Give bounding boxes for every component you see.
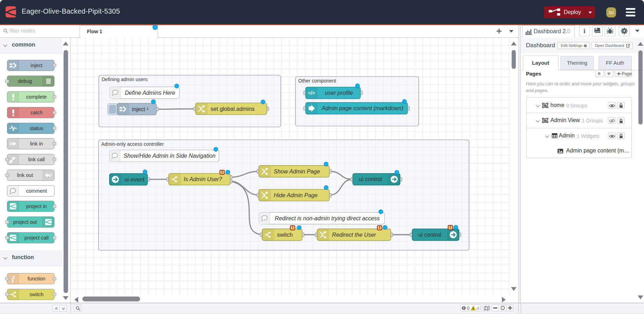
svg-text:!: !	[379, 226, 380, 230]
svg-text:!: !	[450, 225, 451, 229]
svg-text:switch: switch	[277, 231, 293, 238]
svg-text:Define Admins Here: Define Admins Here	[125, 90, 175, 96]
svg-text:!: !	[221, 170, 223, 174]
svg-text:ui control: ui control	[359, 176, 382, 182]
svg-text:Hide Admin Page: Hide Admin Page	[274, 192, 317, 198]
svg-text:f: f	[12, 274, 15, 283]
svg-text:Redirect the User: Redirect the User	[332, 231, 376, 238]
svg-text:Is Admin User?: Is Admin User?	[184, 176, 222, 182]
svg-text:i: i	[584, 27, 585, 35]
svg-text:!: !	[292, 226, 293, 230]
svg-text:Defining admin users: Defining admin users	[102, 77, 148, 82]
svg-text:inject ¹: inject ¹	[132, 106, 149, 112]
svg-text:ui-event: ui-event	[124, 176, 145, 183]
svg-text:</>: </>	[308, 90, 315, 96]
svg-text:Show Admin Page: Show Admin Page	[274, 168, 320, 174]
svg-text:set global.admins: set global.admins	[211, 106, 255, 112]
svg-text:user profile: user profile	[325, 90, 353, 96]
svg-text:Show/Hide Admin in Side Naviga: Show/Hide Admin in Side Navigation	[124, 152, 215, 159]
svg-text:Other component: Other component	[298, 78, 336, 84]
svg-text:Redirect is non-admin trying d: Redirect is non-admin trying direct acce…	[275, 215, 380, 221]
svg-text:Admin-only access controller: Admin-only access controller	[101, 141, 164, 147]
svg-text:Admin page content (markdown): Admin page content (markdown)	[321, 105, 403, 111]
svg-text:ui control: ui control	[418, 231, 441, 238]
